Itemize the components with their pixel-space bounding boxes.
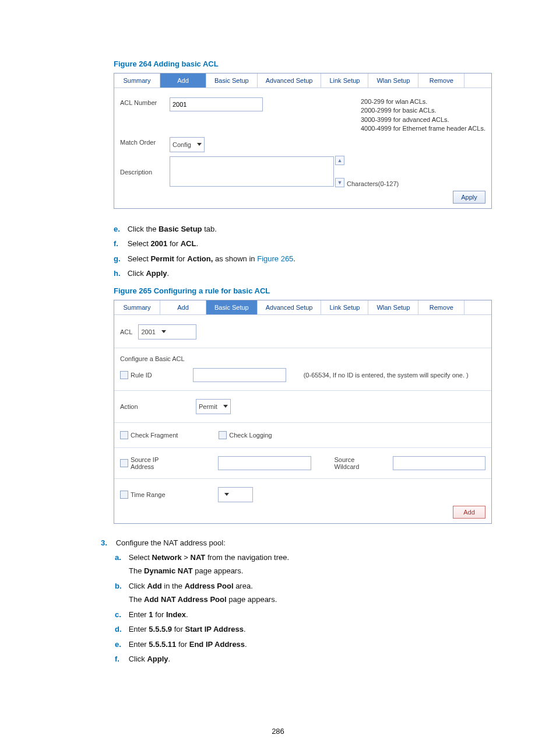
time-range-label: Time Range <box>131 491 166 498</box>
source-ip-input[interactable] <box>218 456 311 470</box>
tab-summary[interactable]: Summary <box>114 300 160 314</box>
figure-265-caption: Figure 265 Configuring a rule for basic … <box>114 286 492 295</box>
tab-bar-265: Summary Add Basic Setup Advanced Setup L… <box>114 300 491 315</box>
rule-id-hint: (0-65534, If no ID is entered, the syste… <box>304 372 469 379</box>
figure-264-caption: Figure 264 Adding basic ACL <box>114 60 492 68</box>
step-e: e. Click the Basic Setup tab. <box>128 223 492 235</box>
match-order-label: Match Order <box>120 137 170 146</box>
rule-id-label: Rule ID <box>131 372 152 379</box>
step-3c: c. Enter 1 for Index. <box>129 609 492 621</box>
acl-number-input[interactable] <box>170 97 263 111</box>
acl-select[interactable]: 2001 <box>138 324 196 340</box>
source-wildcard-input[interactable] <box>393 456 485 470</box>
tab-wlan-setup[interactable]: Wlan Setup <box>368 300 418 314</box>
figure-265-link[interactable]: Figure 265 <box>257 254 293 263</box>
tab-link-setup[interactable]: Link Setup <box>321 300 368 314</box>
time-range-select[interactable] <box>218 487 253 502</box>
check-fragment-label: Check Fragment <box>131 432 178 439</box>
description-textarea[interactable] <box>170 156 334 187</box>
step-3e: e. Enter 5.5.5.11 for End IP Address. <box>129 639 492 650</box>
tab-add[interactable]: Add <box>160 74 206 88</box>
source-ip-label: Source IP Address <box>131 456 183 470</box>
configure-heading: Configure a Basic ACL <box>120 353 485 365</box>
step-3a: a. Select Network > NAT from the navigat… <box>129 552 492 577</box>
tab-summary[interactable]: Summary <box>114 74 160 88</box>
step-3-intro: Configure the NAT address pool: <box>116 538 226 547</box>
check-logging-checkbox[interactable] <box>219 431 227 439</box>
acl-number-hint: 200-299 for wlan ACLs. 2000-2999 for bas… <box>361 97 485 134</box>
tab-link-setup[interactable]: Link Setup <box>321 74 368 88</box>
tab-bar: Summary Add Basic Setup Advanced Setup L… <box>114 74 491 88</box>
tab-advanced-setup[interactable]: Advanced Setup <box>258 74 322 88</box>
acl-number-label: ACL Number <box>120 97 170 106</box>
match-order-select[interactable]: Config <box>170 137 205 152</box>
time-range-checkbox[interactable] <box>120 491 128 499</box>
step-f: f. Select 2001 for ACL. <box>128 238 492 250</box>
check-logging-label: Check Logging <box>229 432 272 439</box>
apply-button[interactable]: Apply <box>453 191 485 204</box>
tab-basic-setup[interactable]: Basic Setup <box>206 300 258 314</box>
rule-id-input[interactable] <box>193 368 286 382</box>
source-ip-checkbox[interactable] <box>120 459 128 467</box>
add-button[interactable]: Add <box>453 506 485 519</box>
source-wildcard-label: Source Wildcard <box>335 456 381 470</box>
scroll-down-icon[interactable]: ▼ <box>335 178 344 187</box>
tab-add[interactable]: Add <box>160 300 206 314</box>
action-select[interactable]: Permit <box>196 399 231 414</box>
step-3d: d. Enter 5.5.5.9 for Start IP Address. <box>129 624 492 635</box>
step-3b: b. Click Add in the Address Pool area. T… <box>129 580 492 606</box>
step-h: h. Click Apply. <box>128 268 492 279</box>
page-number: 286 <box>0 727 556 736</box>
check-fragment-checkbox[interactable] <box>120 431 128 439</box>
rule-id-checkbox[interactable] <box>120 371 128 379</box>
chars-hint: Characters(0-127) <box>347 180 399 187</box>
tab-remove[interactable]: Remove <box>418 74 464 88</box>
figure-264-screenshot: Summary Add Basic Setup Advanced Setup L… <box>114 73 492 209</box>
description-label: Description <box>120 167 170 176</box>
tab-wlan-setup[interactable]: Wlan Setup <box>368 74 418 88</box>
scroll-up-icon[interactable]: ▲ <box>335 156 344 165</box>
action-label: Action <box>120 403 190 410</box>
tab-advanced-setup[interactable]: Advanced Setup <box>258 300 322 314</box>
tab-basic-setup[interactable]: Basic Setup <box>206 74 258 88</box>
step-3f: f. Click Apply. <box>129 653 492 665</box>
step-g: g. Select Permit for Action, as shown in… <box>128 253 492 265</box>
figure-265-screenshot: Summary Add Basic Setup Advanced Setup L… <box>114 300 492 524</box>
tab-remove[interactable]: Remove <box>418 300 464 314</box>
acl-label: ACL <box>120 328 132 335</box>
